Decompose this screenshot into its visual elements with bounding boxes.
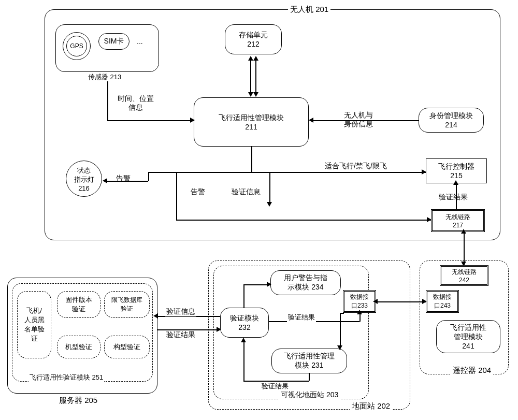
- gs-vis-title: 可视化地面站 203: [279, 390, 340, 400]
- verify-info-label-2: 验证信息: [165, 307, 196, 316]
- edge: [269, 172, 270, 203]
- gs-fam-l1: 飞行适用性管理: [284, 352, 335, 361]
- arrowhead: [422, 299, 427, 304]
- edge: [313, 120, 419, 121]
- arrowhead: [248, 56, 253, 61]
- edge: [243, 342, 244, 381]
- blacklist-box: 飞机/ 人员黑 名单验 证: [17, 291, 51, 358]
- gs-verify-box: 验证模块 232: [220, 308, 269, 338]
- restrict-box: 限飞数据库 验证: [104, 291, 150, 318]
- arrowhead: [422, 169, 426, 175]
- wlink-217-l1: 无线链路: [445, 213, 470, 222]
- edge: [243, 284, 244, 308]
- fam-211-l1: 飞行适用性管理模块: [219, 113, 284, 123]
- edge: [250, 60, 251, 92]
- arrowhead: [241, 338, 246, 342]
- arrowhead: [309, 118, 313, 123]
- sensor-dots: ...: [136, 37, 144, 46]
- verify-result-label-2: 验证结果: [165, 330, 196, 340]
- time-pos-label: 时间、位置 信息: [117, 94, 155, 112]
- fam-211-l2: 211: [245, 123, 257, 131]
- edge: [464, 232, 465, 265]
- gs-warn-box: 用户警告与指 示模块 234: [270, 270, 341, 295]
- verify-result-label-1: 验证结果: [438, 193, 469, 202]
- rc-fam-box: 飞行适用性 管理模块 241: [436, 320, 500, 353]
- verify-result-label-3: 验证结果: [287, 313, 316, 322]
- arrowhead: [373, 299, 378, 304]
- gs-warn-l1: 用户警告与指: [284, 273, 327, 283]
- arrowhead: [153, 313, 158, 318]
- edge: [255, 60, 256, 92]
- rc-title: 遥控器 204: [451, 366, 493, 375]
- fc-l2: 215: [450, 171, 462, 180]
- arrowhead: [461, 262, 466, 266]
- fc-box: 飞行控制器 215: [426, 158, 487, 183]
- verify-info-label-1: 验证信息: [231, 187, 262, 197]
- sim-box: SIM卡: [98, 33, 130, 50]
- gps-icon: GPS: [63, 32, 91, 60]
- rc-wlink-box: 无线链路 242: [440, 265, 488, 286]
- edge: [107, 81, 108, 121]
- edge: [309, 373, 310, 381]
- server-title: 服务器 205: [57, 396, 99, 405]
- indicator-l2: 指示灯: [74, 175, 94, 184]
- indicator-l3: 216: [78, 184, 90, 192]
- fam-211-box: 飞行适用性管理模块 211: [194, 97, 309, 147]
- storage-box: 存储单元 212: [225, 24, 282, 54]
- edge: [176, 172, 177, 220]
- server-module-title: 飞行适用性验证模块 251: [28, 373, 104, 382]
- arrowhead: [267, 202, 272, 207]
- gs-verify-l1: 验证模块: [230, 314, 259, 323]
- gs-outer-title: 地面站 202: [350, 401, 392, 411]
- identity-l1: 身份管理模块: [429, 111, 473, 121]
- gs-warn-l2: 示模块 234: [287, 283, 323, 292]
- arrowhead: [253, 92, 258, 97]
- edge: [148, 172, 426, 173]
- gs-fam-box: 飞行适用性管理 模块 231: [271, 349, 347, 373]
- edge: [251, 147, 252, 172]
- arrowhead: [357, 310, 362, 314]
- arrowhead: [427, 217, 431, 222]
- id-info-label: 无人机与 身份信息: [343, 111, 374, 128]
- gs-verify-l2: 232: [238, 323, 250, 331]
- identity-l2: 214: [445, 121, 457, 129]
- edge: [176, 220, 431, 221]
- model-box: 机型验证: [57, 336, 100, 358]
- arrowhead: [253, 56, 258, 61]
- uav-title: 无人机 201: [288, 5, 330, 15]
- edge: [107, 181, 148, 182]
- verify-result-label-4: 验证结果: [261, 382, 290, 391]
- arrowhead: [461, 229, 466, 234]
- alarm-label-2: 告警: [190, 187, 206, 197]
- sensor-title: 传感器 213: [87, 73, 122, 82]
- arrowhead: [248, 92, 253, 97]
- gps-label: GPS: [66, 36, 87, 56]
- arrowhead: [267, 282, 271, 287]
- edge: [148, 172, 149, 181]
- edge: [456, 183, 457, 209]
- gs-fam-l2: 模块 231: [295, 361, 323, 370]
- arrowhead: [103, 178, 107, 183]
- edge: [376, 301, 426, 302]
- arrowhead: [190, 118, 195, 123]
- storage-l2: 212: [247, 40, 259, 48]
- arrowhead: [217, 327, 221, 332]
- config-box: 构型验证: [104, 336, 150, 358]
- identity-box: 身份管理模块 214: [419, 108, 484, 133]
- firmware-box: 固件版本 验证: [57, 291, 100, 318]
- fly-status-label: 适合飞行/禁飞/限飞: [324, 162, 388, 171]
- edge: [340, 313, 341, 349]
- arrowhead: [453, 180, 458, 185]
- wlink-217-l2: 217: [453, 222, 463, 229]
- alarm-label-1: 告警: [115, 174, 132, 183]
- arrowhead: [337, 345, 342, 350]
- sim-label: SIM卡: [104, 37, 124, 46]
- indicator-box: 状态 指示灯 216: [66, 161, 102, 197]
- storage-l1: 存储单元: [239, 31, 268, 40]
- fc-l1: 飞行控制器: [438, 162, 474, 171]
- rc-dataif-box: 数据接 口243: [426, 290, 459, 313]
- indicator-l1: 状态: [77, 166, 91, 175]
- edge: [340, 313, 344, 314]
- wlink-217-box: 无线链路 217: [431, 209, 485, 232]
- edge: [107, 120, 194, 121]
